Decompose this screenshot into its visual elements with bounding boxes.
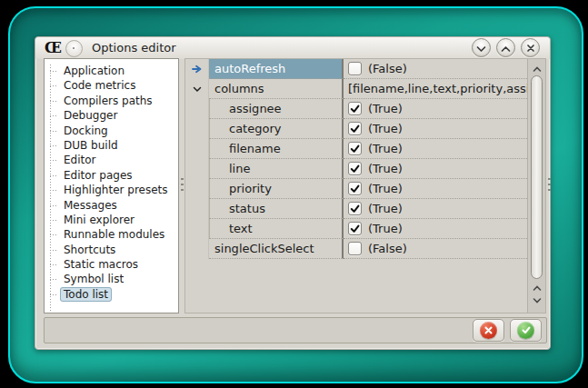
property-rows: autoRefresh(False)columns[filename,line,… [185, 59, 527, 313]
property-value[interactable]: (True) [344, 159, 527, 179]
sidebar-item-dub-build[interactable]: DUB build [60, 138, 178, 153]
checkbox-unchecked[interactable] [348, 242, 362, 255]
property-value[interactable]: (True) [344, 199, 527, 219]
property-name[interactable]: singleClickSelect [209, 239, 344, 259]
chevron-up-icon [501, 39, 511, 56]
checkbox-checked[interactable] [348, 182, 362, 195]
sidebar-item-editor-pages[interactable]: Editor pages [60, 168, 178, 183]
property-name[interactable]: filename [209, 139, 344, 159]
property-name[interactable]: assignee [209, 99, 344, 119]
collapse-chevron-icon[interactable] [185, 79, 209, 99]
property-name[interactable]: text [209, 219, 344, 239]
sidebar-item-label: Static macros [60, 257, 142, 272]
sidebar-item-label: Editor pages [60, 168, 136, 183]
checkbox-checked[interactable] [348, 162, 362, 175]
property-row-status: status(True) [185, 199, 527, 219]
gutter-cell [185, 219, 209, 239]
sidebar-item-compilers-paths[interactable]: Compilers paths [60, 94, 178, 108]
sidebar-item-static-macros[interactable]: Static macros [60, 257, 178, 272]
property-value[interactable]: (False) [344, 239, 527, 259]
chevron-down-icon [533, 290, 542, 307]
sidebar-item-label: Symbol list [60, 272, 127, 286]
minimize-button[interactable] [472, 38, 491, 57]
checkbox-unchecked[interactable] [348, 62, 362, 75]
value-text: (True) [368, 202, 403, 215]
property-value[interactable]: (True) [344, 219, 527, 239]
property-row-assignee: assignee(True) [185, 99, 527, 119]
sidebar-item-messages[interactable]: Messages [60, 198, 178, 213]
chevron-up-icon [533, 59, 542, 76]
accept-button[interactable] [510, 319, 542, 342]
property-name[interactable]: status [209, 199, 344, 219]
sidebar-item-label: Application [60, 64, 128, 78]
scroll-up-button[interactable] [531, 62, 543, 74]
property-name[interactable]: line [209, 159, 344, 179]
checkbox-checked[interactable] [348, 202, 362, 215]
close-icon [526, 39, 535, 56]
scroll-down-button[interactable] [531, 293, 543, 304]
sidebar-item-label: Highlighter presets [60, 183, 172, 197]
maximize-button[interactable] [496, 38, 515, 57]
property-row-line: line(True) [185, 159, 527, 179]
property-value[interactable]: (False) [344, 59, 527, 79]
sidebar-item-label: Docking [60, 124, 112, 138]
sidebar-item-shortcuts[interactable]: Shortcuts [60, 243, 178, 257]
property-value[interactable]: (True) [344, 179, 527, 199]
close-button[interactable] [521, 38, 540, 57]
property-row-category: category(True) [185, 119, 527, 139]
gutter-cell [185, 199, 209, 219]
checkbox-checked[interactable] [348, 122, 362, 135]
selected-row-arrow-icon [185, 59, 209, 79]
value-text: (True) [368, 142, 403, 155]
chevron-down-icon [476, 39, 486, 56]
titlebar[interactable]: Œ Options editor [35, 37, 550, 59]
sidebar-item-editor[interactable]: Editor [60, 153, 178, 167]
screenshot-stage: Œ Options editor [0, 0, 588, 388]
sidebar-item-highlighter-presets[interactable]: Highlighter presets [60, 183, 178, 197]
sidebar-item-label: Editor [60, 153, 100, 167]
window-menu-button[interactable] [65, 40, 83, 57]
sidebar-item-label: Runnable modules [60, 227, 168, 242]
value-text: (True) [368, 122, 403, 135]
sidebar-item-label: Messages [60, 198, 121, 213]
property-row-priority: priority(True) [185, 179, 527, 199]
property-name[interactable]: columns [209, 79, 344, 99]
checkbox-checked[interactable] [348, 222, 362, 235]
sidebar-item-symbol-list[interactable]: Symbol list [60, 272, 178, 286]
property-value[interactable]: (True) [344, 99, 527, 119]
property-row-text: text(True) [185, 219, 527, 239]
sidebar-tree: ApplicationCode metricsCompilers pathsDe… [45, 59, 178, 302]
sidebar-item-application[interactable]: Application [60, 64, 178, 78]
property-name[interactable]: autoRefresh [209, 59, 344, 79]
property-name[interactable]: priority [209, 179, 344, 199]
value-text: (True) [368, 162, 403, 175]
sidebar-item-todo-list[interactable]: Todo list [60, 287, 178, 302]
checkbox-checked[interactable] [348, 102, 362, 115]
sidebar-item-runnable-modules[interactable]: Runnable modules [60, 227, 178, 242]
checkbox-checked[interactable] [348, 142, 362, 155]
right-splitter-grip[interactable] [548, 178, 551, 191]
sidebar-splitter-grip[interactable] [181, 178, 184, 191]
sidebar-item-debugger[interactable]: Debugger [60, 108, 178, 123]
sidebar-item-label: Shortcuts [60, 243, 119, 257]
property-row-singleClickSelect: singleClickSelect(False) [185, 239, 527, 259]
value-text: [filename,line,text,priority,assigne [348, 82, 527, 95]
value-text: (True) [368, 102, 403, 115]
property-value[interactable]: (True) [344, 119, 527, 139]
vertical-scrollbar[interactable] [527, 59, 545, 313]
sidebar-item-label: Debugger [60, 108, 121, 123]
value-text: (True) [368, 222, 403, 235]
property-value[interactable]: [filename,line,text,priority,assigne [344, 79, 527, 99]
app-logo-icon: Œ [45, 39, 61, 57]
cancel-cross-icon [480, 322, 497, 339]
property-value[interactable]: (True) [344, 139, 527, 159]
gutter-cell [185, 239, 209, 259]
gutter-cell [185, 139, 209, 159]
cancel-button[interactable] [473, 319, 504, 342]
gutter-cell [185, 159, 209, 179]
sidebar-item-docking[interactable]: Docking [60, 124, 178, 138]
sidebar-item-code-metrics[interactable]: Code metrics [60, 78, 178, 93]
property-name[interactable]: category [209, 119, 344, 139]
sidebar-item-mini-explorer[interactable]: Mini explorer [60, 213, 178, 227]
scrollbar-thumb[interactable] [531, 75, 543, 279]
